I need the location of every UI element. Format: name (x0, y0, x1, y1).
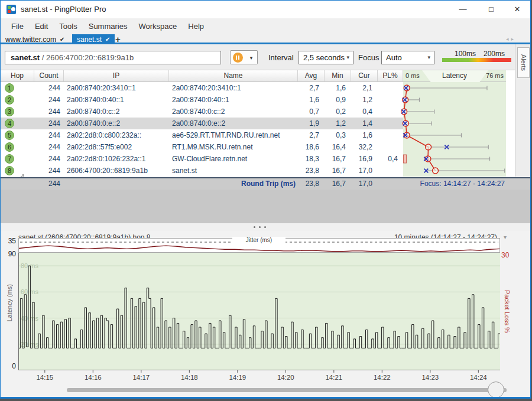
min-cell: 1,2 (325, 118, 351, 129)
timeline-scrollbar-track[interactable] (67, 388, 507, 392)
jitter-chart-label: Jitter (ms) (232, 237, 286, 243)
focus-range-label: Focus: 14:14:27 - 14:24:27 (403, 178, 506, 190)
menu-edit[interactable]: Edit (30, 19, 54, 33)
menu-bar: File Edit Tools Summaries Workspace Help (1, 18, 531, 34)
avg-cell: 1,9 (298, 118, 325, 129)
jitter-axis-max-label: 35 (4, 237, 16, 245)
pl-cell (378, 129, 403, 141)
svg-text:60 ms: 60 ms (21, 288, 38, 295)
table-row[interactable]: 32442a00:8740:0:c::22a00:8740:0:c::20,70… (1, 106, 515, 118)
latency-axis-max-label: 90 (4, 250, 16, 258)
ip-cell: 2a00:8740:0:c::2 (64, 106, 169, 118)
app-window: sanet.st - PingPlotter Pro — □ ✕ File Ed… (0, 0, 531, 399)
svg-text:40 ms: 40 ms (21, 315, 38, 322)
cur-cell: 32,2 (351, 141, 378, 153)
hop-badge: 3 (5, 107, 14, 116)
header-count[interactable]: Count (34, 70, 64, 82)
empty-area (1, 190, 531, 223)
alerts-panel-tab[interactable]: Alerts (517, 47, 530, 78)
menu-tools[interactable]: Tools (54, 19, 83, 33)
interval-select[interactable]: 2,5 seconds ▾ (299, 51, 353, 64)
header-avg[interactable]: Avg (298, 70, 325, 82)
name-cell: 2a00:8740:20:3410::1 (169, 82, 298, 94)
cur-cell: 0,4 (351, 106, 378, 118)
maximize-button[interactable]: □ (482, 3, 501, 16)
round-trip-row: 244 Round Trip (ms) 23,8 16,7 17,0 Focus… (1, 178, 531, 190)
pane-splitter[interactable] (1, 223, 531, 231)
svg-text:14:17: 14:17 (132, 374, 150, 381)
legend-200ms-label: 200ms (484, 50, 505, 58)
tab-sanet-st[interactable]: sanet.st ✔ (72, 34, 115, 44)
hop-badge: 6 (5, 142, 14, 152)
latency-axis-max: 76 ms (486, 70, 504, 81)
menu-workspace[interactable]: Workspace (134, 19, 183, 33)
timeline-scrollbar-thumb[interactable] (488, 382, 504, 398)
menu-help[interactable]: Help (183, 19, 210, 33)
header-min[interactable]: Min (325, 70, 351, 82)
name-cell: 2a00:8740:0:c::2 (169, 106, 298, 118)
legend-100ms-label: 100ms (455, 50, 476, 58)
close-button[interactable]: ✕ (508, 3, 527, 16)
latency-graph-cell (403, 141, 506, 153)
app-icon (7, 5, 16, 14)
table-row[interactable]: 42442a00:8740:0:e::22a00:8740:0:e::21,91… (1, 118, 515, 129)
table-row[interactable]: 82442606:4700:20::6819:9a1bsanet.st23,81… (1, 165, 515, 177)
hop-badge: 5 (5, 131, 14, 140)
avg-cell: 2,7 (298, 129, 325, 141)
pl-cell (378, 141, 403, 153)
minimize-button[interactable]: — (453, 3, 472, 16)
menu-summaries[interactable]: Summaries (84, 19, 134, 33)
table-row[interactable]: 62442a02:2d8::57f5:e002RT1.M9.MSK.RU.ret… (1, 141, 515, 153)
header-ip[interactable]: IP (64, 70, 169, 82)
count-cell: 244 (34, 129, 64, 141)
avg-cell: 2,7 (298, 82, 325, 94)
table-row[interactable]: 72442a02:2d8:0:1026:232a::1GW-CloudFlare… (1, 153, 515, 165)
name-cell: 2a00:8740:0:e::2 (169, 118, 298, 129)
latency-timeline-chart[interactable]: 20 ms40 ms60 ms80 ms14:1514:1614:1714:18… (18, 253, 500, 383)
hop-badge: 2 (5, 95, 14, 105)
svg-text:14:15: 14:15 (36, 374, 53, 381)
cur-cell: 2,1 (351, 82, 378, 94)
header-name[interactable]: Name (169, 70, 298, 82)
count-cell: 244 (34, 82, 64, 94)
timeline-section: sanet.st (2606:4700:20::6819:9a1b) hop 8… (1, 231, 531, 399)
min-cell: 0,2 (325, 106, 351, 118)
pause-button[interactable] (230, 50, 246, 64)
header-pl[interactable]: PL% (378, 70, 403, 82)
cur-cell: 17,0 (351, 165, 378, 177)
check-icon: ✔ (60, 36, 64, 43)
latency-color-legend (442, 58, 511, 62)
count-cell: 244 (34, 94, 64, 106)
latency-axis-title: Latency (ms) (6, 284, 13, 322)
header-hop[interactable]: Hop (1, 70, 34, 82)
svg-text:14:20: 14:20 (277, 374, 294, 381)
latency-graph-cell (403, 94, 506, 106)
packet-loss-axis-max-label: 30 (501, 251, 509, 259)
cur-cell: 1,2 (351, 94, 378, 106)
table-row[interactable]: 12442a00:8740:20:3410::12a00:8740:20:341… (1, 82, 515, 94)
pause-icon (233, 53, 243, 63)
latency-graph-cell (403, 129, 506, 141)
menu-file[interactable]: File (7, 19, 30, 33)
header-latency[interactable]: Latency 0 ms 76 ms (403, 70, 506, 82)
avg-cell: 18,6 (298, 141, 325, 153)
svg-text:14:22: 14:22 (374, 374, 391, 381)
target-address-box[interactable]: sanet.st / 2606:4700:20::6819:9a1b (5, 51, 221, 64)
pl-cell (378, 165, 403, 177)
chevron-down-icon: ▾ (427, 51, 430, 64)
focus-select[interactable]: Auto ▾ (381, 51, 434, 64)
table-row[interactable]: 22442a00:8740:0:40::12a00:8740:0:40::11,… (1, 94, 515, 106)
round-trip-label: Round Trip (ms) (169, 178, 298, 190)
table-row[interactable]: 52442a02:2d8:0:c800:232a::ae6-529.RT.TMT… (1, 129, 515, 141)
ip-cell: 2a00:8740:0:40::1 (64, 94, 169, 106)
latency-graph-cell (403, 165, 506, 177)
chevron-down-icon: ▾ (346, 51, 349, 64)
chevron-down-icon[interactable]: ▾ (504, 234, 507, 240)
pause-dropdown-button[interactable]: ▾ (245, 50, 258, 64)
header-cur[interactable]: Cur (351, 70, 378, 82)
tab-scroll-arrows[interactable]: ◂▸ (506, 36, 516, 42)
hop-cell: 4 (1, 118, 34, 129)
min-cell: 0,9 (325, 94, 351, 106)
side-panel-strip: Alerts (515, 44, 531, 177)
min-cell: 16,7 (325, 153, 351, 165)
